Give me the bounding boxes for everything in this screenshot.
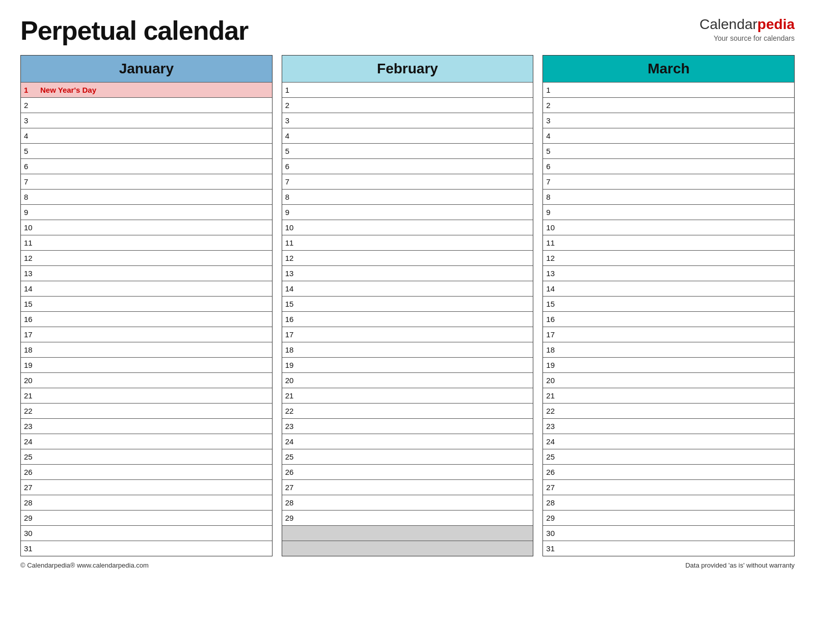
day-number: 8: [285, 193, 300, 201]
day-number: 22: [546, 407, 560, 415]
day-number: 12: [24, 254, 38, 262]
day-row: 25: [282, 449, 533, 464]
day-row: 2: [282, 97, 533, 113]
day-row: 14: [21, 281, 272, 296]
day-row: 23: [21, 418, 272, 434]
day-number: 19: [285, 361, 300, 369]
day-number: 13: [285, 269, 300, 278]
day-row: 8: [282, 189, 533, 204]
page-footer: © Calendarpedia® www.calendarpedia.com D…: [20, 561, 795, 569]
day-row: 20: [21, 372, 272, 388]
day-row: 13: [21, 265, 272, 281]
day-row: 18: [543, 342, 794, 357]
day-number: 10: [285, 223, 300, 232]
day-number: 22: [285, 407, 300, 415]
day-number: 6: [285, 162, 300, 171]
day-row: 19: [282, 357, 533, 372]
day-row: [282, 525, 533, 541]
day-row: 16: [282, 311, 533, 327]
day-number: 11: [546, 238, 560, 247]
brand-calendar: Calendar: [699, 16, 757, 32]
day-row: 4: [282, 128, 533, 143]
day-number: 7: [285, 177, 300, 186]
day-row: 20: [282, 372, 533, 388]
day-row: 1New Year's Day: [21, 82, 272, 97]
day-row: 29: [21, 510, 272, 525]
day-row: 21: [282, 388, 533, 403]
day-row: 26: [21, 464, 272, 479]
day-row: 29: [543, 510, 794, 525]
day-row: 12: [21, 250, 272, 265]
day-row: [282, 541, 533, 556]
day-row: 20: [543, 372, 794, 388]
day-number: 14: [546, 284, 560, 293]
day-number: 29: [546, 514, 560, 522]
day-number: 31: [24, 544, 38, 553]
day-number: 10: [24, 223, 38, 232]
day-row: 8: [21, 189, 272, 204]
day-number: 29: [285, 514, 300, 522]
day-row: 27: [21, 479, 272, 495]
month-march: March12345678910111213141516171819202122…: [542, 55, 795, 556]
day-row: 9: [21, 204, 272, 220]
day-row: 9: [543, 204, 794, 220]
day-row: 27: [282, 479, 533, 495]
day-number: 17: [24, 330, 38, 339]
day-number: 8: [546, 193, 560, 201]
page-title: Perpetual calendar: [20, 15, 248, 46]
day-number: 8: [24, 193, 38, 201]
day-number: 18: [285, 345, 300, 354]
day-number: 28: [24, 498, 38, 507]
day-row: 23: [282, 418, 533, 434]
day-number: 19: [546, 361, 560, 369]
day-row: 7: [543, 174, 794, 189]
day-row: 6: [282, 158, 533, 174]
day-number: 20: [285, 376, 300, 385]
day-number: 20: [546, 376, 560, 385]
day-number: 19: [24, 361, 38, 369]
day-number: 30: [546, 529, 560, 538]
day-number: 18: [546, 345, 560, 354]
day-row: 15: [21, 296, 272, 311]
day-number: 24: [285, 437, 300, 446]
day-number: 28: [546, 498, 560, 507]
day-row: 7: [21, 174, 272, 189]
day-row: 25: [21, 449, 272, 464]
day-number: 10: [546, 223, 560, 232]
day-number: 11: [24, 238, 38, 247]
brand-logo: Calendarpedia Your source for calendars: [699, 15, 795, 43]
month-header-february: February: [282, 56, 533, 82]
day-row: 19: [543, 357, 794, 372]
footer-left: © Calendarpedia® www.calendarpedia.com: [20, 561, 149, 569]
page-header: Perpetual calendar Calendarpedia Your so…: [20, 15, 795, 46]
month-header-march: March: [543, 56, 794, 82]
day-number: 1: [24, 86, 38, 94]
day-row: 17: [282, 327, 533, 342]
day-number: 9: [546, 208, 560, 217]
day-number: 4: [285, 131, 300, 140]
day-row: 3: [282, 113, 533, 128]
day-row: 1: [543, 82, 794, 97]
day-row: 28: [543, 495, 794, 510]
day-number: 2: [546, 101, 560, 110]
day-number: 27: [24, 483, 38, 492]
day-row: 5: [282, 143, 533, 158]
day-number: 9: [285, 208, 300, 217]
day-number: 21: [546, 391, 560, 400]
day-row: 21: [543, 388, 794, 403]
day-number: 13: [546, 269, 560, 278]
day-row: 22: [543, 403, 794, 418]
day-number: 9: [24, 208, 38, 217]
day-number: 7: [24, 177, 38, 186]
day-row: 24: [21, 434, 272, 449]
day-row: 5: [543, 143, 794, 158]
day-number: 15: [24, 300, 38, 308]
day-number: 4: [546, 131, 560, 140]
day-number: 1: [546, 86, 560, 94]
day-row: 11: [282, 235, 533, 250]
day-number: 1: [285, 86, 300, 94]
day-row: 24: [282, 434, 533, 449]
day-row: 3: [543, 113, 794, 128]
day-number: 27: [546, 483, 560, 492]
day-row: 11: [543, 235, 794, 250]
